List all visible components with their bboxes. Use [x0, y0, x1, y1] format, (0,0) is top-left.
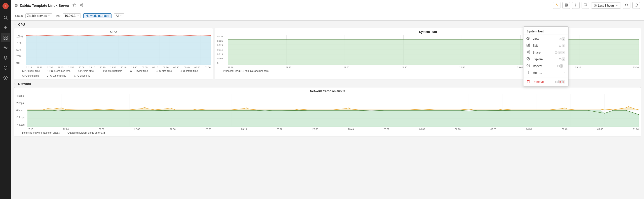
shortcut-icon [559, 44, 561, 47]
svg-point-100 [527, 57, 530, 60]
remove-icon [526, 80, 531, 84]
sidebar: Z [0, 0, 11, 199]
menu-item-remove[interactable]: Remove p r [523, 78, 568, 85]
menu-share-shortcut: p s [555, 51, 565, 54]
legend-cpu-iowait: CPU iowait time [124, 70, 148, 72]
host-label: Host [55, 14, 60, 17]
host-chevron-icon [77, 15, 79, 17]
sysload-svg [228, 35, 639, 65]
sidebar-item-dashboard[interactable] [1, 33, 10, 42]
legend-cpu-user: CPU user time [68, 74, 90, 77]
cpu-section-header[interactable]: CPU [14, 23, 641, 26]
cpu-chart-title: CPU [16, 30, 211, 34]
legend-cpu-idle: CPU idle time [72, 70, 94, 72]
menu-item-share-left: Share [526, 50, 541, 55]
svg-line-28 [627, 6, 628, 7]
cpu-chart-wrapper: 100% 75% 50% 25% 0% [16, 35, 211, 69]
host-select[interactable]: 10.0.0.3 [63, 13, 81, 18]
refresh-button[interactable] [632, 2, 640, 9]
legend-line [72, 71, 78, 71]
zoom-out-button[interactable] [623, 2, 630, 9]
svg-marker-52 [26, 36, 211, 65]
menu-item-remove-left: Remove [526, 80, 544, 84]
svg-rect-14 [17, 6, 18, 7]
shortcut-icon [559, 38, 561, 40]
legend-line [217, 71, 222, 71]
page-title: Zabbix Template Linux Server [20, 4, 69, 8]
legend-line [16, 76, 21, 76]
context-menu: System load View v Edit e [523, 26, 569, 86]
svg-point-16 [82, 4, 83, 4]
legend-line [16, 71, 21, 71]
menu-remove-label: Remove [533, 80, 544, 84]
time-range-button[interactable]: Last 3 hours [591, 3, 621, 9]
network-chevron-icon [120, 15, 123, 17]
menu-inspect-shortcut: i [557, 64, 565, 68]
svg-point-10 [5, 77, 6, 79]
menu-item-inspect[interactable]: Inspect i [523, 63, 568, 69]
chevron-right-icon [563, 65, 565, 67]
sidebar-item-charts[interactable] [1, 43, 10, 52]
legend-line [16, 133, 21, 133]
svg-rect-9 [6, 38, 7, 39]
menu-item-more[interactable]: More... › [523, 69, 568, 76]
star-icon[interactable] [71, 2, 77, 9]
network-interface-select[interactable]: All [114, 13, 124, 18]
network-toggle-icon [14, 83, 17, 85]
sysload-y-axis: 0.030 0.025 0.020 0.015 0.010 0.005 0 [217, 35, 227, 65]
network-y-axis: 4 kbps 2 kbps 0 bps -2 kbps -4 kbps [16, 94, 26, 127]
system-load-title: System load [217, 30, 639, 34]
sidebar-item-search[interactable] [1, 13, 10, 22]
inspect-icon [526, 64, 531, 68]
sidebar-item-alerts[interactable] [1, 53, 10, 62]
sidebar-item-security[interactable] [1, 63, 10, 72]
table-view-button[interactable] [562, 2, 570, 9]
menu-item-edit-left: Edit [526, 43, 538, 48]
settings-button[interactable] [572, 2, 580, 9]
shortcut-icon [557, 65, 560, 67]
header-left: Zabbix Template Linux Server [15, 2, 84, 9]
legend-line [41, 76, 46, 76]
group-select[interactable]: Zabbix servers [25, 13, 52, 18]
svg-point-96 [529, 53, 530, 54]
svg-rect-6 [4, 36, 5, 37]
svg-marker-66 [228, 40, 639, 65]
network-interface-tag[interactable]: Network interface [83, 13, 111, 18]
svg-text:Z: Z [5, 4, 7, 8]
menu-item-view[interactable]: View v [523, 35, 568, 42]
chart-view-button[interactable] [553, 2, 560, 9]
sysload-x-labels: 22:10 22:20 22:30 22:40 22:50 23:00 23:1… [228, 66, 639, 69]
legend-line [124, 71, 129, 71]
legend-cpu-interrupt: CPU interrupt time [96, 70, 122, 72]
system-load-chart-panel: System load 0.030 0.025 0.020 0.015 0.01… [215, 28, 641, 79]
svg-point-109 [528, 73, 528, 74]
sidebar-item-settings[interactable] [1, 73, 10, 82]
menu-item-edit[interactable]: Edit e [523, 42, 568, 49]
network-section: Network Network traffic on ens33 4 kbps … [14, 82, 641, 136]
menu-item-share[interactable]: Share p s [523, 49, 568, 56]
svg-marker-101 [528, 58, 529, 60]
comment-button[interactable] [582, 2, 589, 9]
legend-incoming: Incoming network traffic on ens33 [16, 131, 60, 134]
cpu-chart-svg [26, 35, 211, 65]
legend-outgoing: Outgoing network traffic on ens33 [62, 131, 105, 134]
edit-icon [526, 43, 531, 48]
legend-cpu-system: CPU system time [41, 74, 66, 77]
share-icon[interactable] [79, 2, 84, 9]
cpu-x-labels: 22:10 22:20 22:30 22:40 22:50 23:00 23:1… [26, 66, 211, 69]
svg-point-17 [80, 5, 81, 6]
legend-line [62, 133, 67, 133]
menu-edit-label: Edit [533, 44, 538, 47]
menu-item-view-left: View [526, 37, 539, 41]
svg-line-19 [81, 5, 82, 6]
header-icons [71, 2, 84, 9]
legend-cpu-steal: CPU steal time [16, 74, 39, 77]
sidebar-item-add[interactable] [1, 23, 10, 32]
header: Zabbix Template Linux Server [11, 0, 644, 11]
menu-remove-shortcut: p r [555, 80, 565, 83]
cpu-chart-legend: CPU guest time CPU guest nice time CPU i… [16, 70, 211, 77]
legend-line [42, 71, 47, 71]
legend-line [68, 76, 73, 76]
group-label: Group [15, 14, 23, 17]
menu-item-explore[interactable]: Explore x [523, 56, 568, 63]
